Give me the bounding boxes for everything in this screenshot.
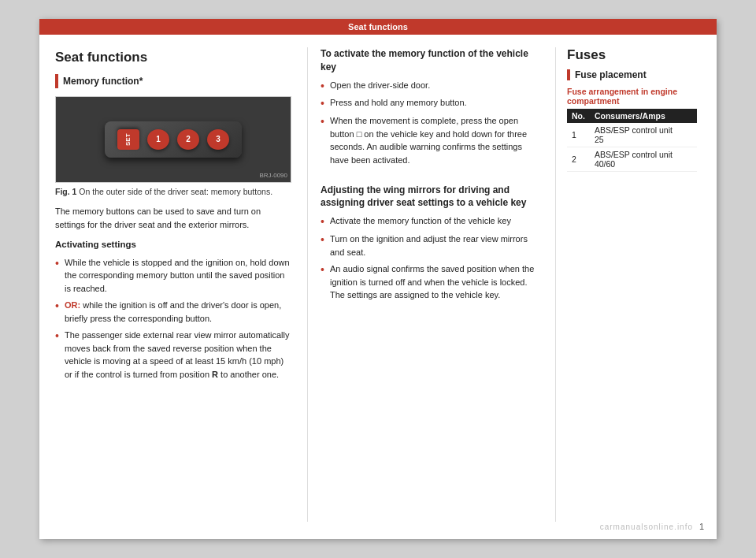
fuse-consumer-1: ABS/ESP control unit 25 bbox=[590, 123, 697, 147]
adj-bullet-text-3: An audio signal confirms the saved posit… bbox=[330, 262, 539, 302]
mid-bullet-text-2: Press and hold any memory button. bbox=[330, 96, 539, 110]
subsection-title: Memory function* bbox=[55, 74, 291, 88]
fuses-title: Fuses bbox=[567, 47, 697, 63]
body-text: The memory buttons can be used to save a… bbox=[55, 205, 291, 232]
adj-bullet-1: • Activate the memory function of the ve… bbox=[321, 214, 539, 229]
fuse-table-header-row: No. Consumers/Amps bbox=[567, 109, 697, 123]
mem-btn-1[interactable]: 1 bbox=[147, 129, 169, 150]
fuse-placement-title: Fuse placement bbox=[567, 69, 697, 80]
activating-heading: Activating settings bbox=[55, 238, 291, 251]
bullet-2: • OR: while the ignition is off and the … bbox=[55, 299, 291, 325]
header-bar: Seat functions bbox=[39, 19, 717, 35]
bullet-text-3: The passenger side external rear view mi… bbox=[65, 329, 291, 381]
bullet-text-2: OR: while the ignition is off and the dr… bbox=[65, 299, 291, 325]
mid-bullet-dot-2: • bbox=[321, 97, 330, 110]
fuse-arrangement-label: Fuse arrangement in engine compartment bbox=[567, 87, 697, 106]
bullet-3: • The passenger side external rear view … bbox=[55, 329, 291, 381]
or-label: OR: bbox=[65, 300, 80, 310]
mid-bullet-dot-3: • bbox=[321, 115, 330, 166]
mid-bullet-text-3: When the movement is complete, press the… bbox=[330, 114, 539, 166]
content-area: Seat functions Memory function* SET 1 2 … bbox=[39, 35, 717, 534]
memory-panel: SET 1 2 3 bbox=[105, 121, 242, 158]
bullet-dot-2: • bbox=[55, 299, 65, 325]
col-no: No. bbox=[567, 109, 590, 123]
fig-caption: Fig. 1 On the outer side of the driver s… bbox=[55, 186, 291, 198]
bullet-dot-3: • bbox=[55, 329, 65, 381]
activate-heading: To activate the memory function of the v… bbox=[321, 47, 539, 74]
adj-bullet-3: • An audio signal confirms the saved pos… bbox=[321, 262, 539, 302]
image-ref: BRJ-0090 bbox=[259, 171, 287, 180]
middle-column: To activate the memory function of the v… bbox=[307, 47, 539, 522]
mid-bullet-2: • Press and hold any memory button. bbox=[321, 96, 539, 110]
fuse-table: No. Consumers/Amps 1 ABS/ESP control uni… bbox=[567, 109, 697, 172]
bullet-1: • While the vehicle is stopped and the i… bbox=[55, 256, 291, 296]
fuse-consumer-2: ABS/ESP control unit 40/60 bbox=[590, 147, 697, 172]
adj-bullet-dot-2: • bbox=[321, 233, 330, 259]
mid-bullet-text-1: Open the driver-side door. bbox=[330, 79, 539, 93]
fuse-row-1: 1 ABS/ESP control unit 25 bbox=[567, 123, 697, 147]
mem-btn-2[interactable]: 2 bbox=[177, 129, 199, 150]
col-consumers: Consumers/Amps bbox=[590, 109, 697, 123]
adj-bullet-text-2: Turn on the ignition and adjust the rear… bbox=[330, 232, 539, 259]
set-button[interactable]: SET bbox=[117, 129, 139, 150]
left-column: Seat functions Memory function* SET 1 2 … bbox=[55, 47, 291, 522]
fuse-row-2: 2 ABS/ESP control unit 40/60 bbox=[567, 147, 697, 172]
memory-image-box: SET 1 2 3 BRJ-0090 bbox=[55, 96, 291, 183]
mid-bullet-3: • When the movement is complete, press t… bbox=[321, 114, 539, 166]
mem-btn-3[interactable]: 3 bbox=[207, 129, 229, 150]
right-column: Fuses Fuse placement Fuse arrangement in… bbox=[555, 47, 697, 522]
fuse-no-1: 1 bbox=[567, 123, 590, 147]
fuse-no-2: 2 bbox=[567, 147, 590, 172]
watermark: carmanualsonline.info bbox=[600, 523, 693, 531]
bullet-text-1: While the vehicle is stopped and the ign… bbox=[65, 256, 291, 296]
adj-bullet-text-1: Activate the memory function of the vehi… bbox=[330, 214, 539, 229]
page-number: 1 bbox=[699, 522, 704, 531]
fig-caption-text: On the outer side of the driver seat: me… bbox=[79, 187, 272, 196]
fig-label: Fig. 1 bbox=[55, 187, 76, 196]
mid-bullet-dot-1: • bbox=[321, 80, 330, 93]
adjusting-heading: Adjusting the wing mirrors for driving a… bbox=[321, 184, 539, 210]
adj-bullet-2: • Turn on the ignition and adjust the re… bbox=[321, 232, 539, 259]
section-title: Seat functions bbox=[55, 47, 291, 68]
adj-bullet-dot-3: • bbox=[321, 263, 330, 302]
mid-bullet-1: • Open the driver-side door. bbox=[321, 79, 539, 93]
adj-bullet-dot-1: • bbox=[321, 215, 330, 229]
bullet-dot-1: • bbox=[55, 257, 65, 296]
page: Seat functions Seat functions Memory fun… bbox=[39, 19, 717, 539]
header-title: Seat functions bbox=[348, 22, 408, 32]
